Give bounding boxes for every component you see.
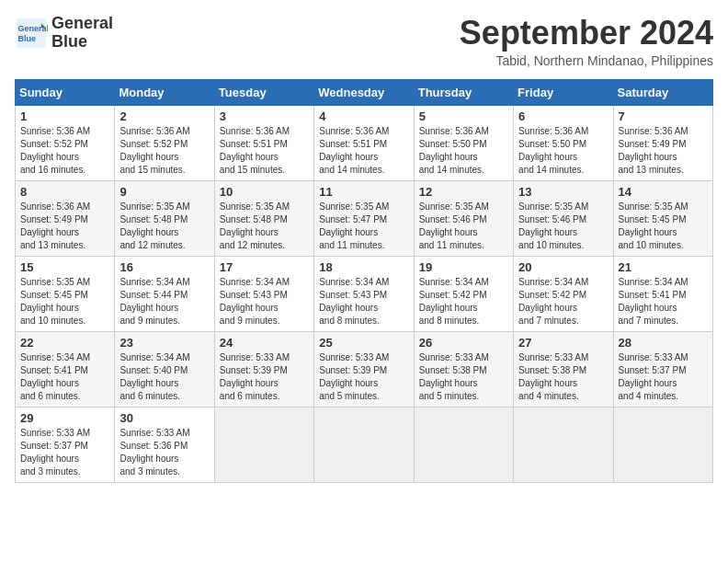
calendar-cell: 8 Sunrise: 5:36 AM Sunset: 5:49 PM Dayli… bbox=[16, 180, 115, 256]
day-info: Sunrise: 5:34 AM Sunset: 5:42 PM Dayligh… bbox=[518, 276, 608, 327]
calendar-cell: 20 Sunrise: 5:34 AM Sunset: 5:42 PM Dayl… bbox=[514, 256, 613, 331]
calendar-cell: 12 Sunrise: 5:35 AM Sunset: 5:46 PM Dayl… bbox=[414, 180, 513, 256]
day-number: 1 bbox=[20, 109, 109, 123]
day-info: Sunrise: 5:36 AM Sunset: 5:50 PM Dayligh… bbox=[518, 125, 608, 177]
week-row-5: 29 Sunrise: 5:33 AM Sunset: 5:37 PM Dayl… bbox=[16, 407, 713, 482]
location: Tabid, Northern Mindanao, Philippines bbox=[460, 53, 713, 68]
day-info: Sunrise: 5:33 AM Sunset: 5:38 PM Dayligh… bbox=[518, 351, 608, 403]
calendar-cell bbox=[613, 407, 712, 482]
calendar-cell: 18 Sunrise: 5:34 AM Sunset: 5:43 PM Dayl… bbox=[314, 256, 414, 331]
calendar-cell: 30 Sunrise: 5:33 AM Sunset: 5:36 PM Dayl… bbox=[115, 407, 214, 482]
week-row-4: 22 Sunrise: 5:34 AM Sunset: 5:41 PM Dayl… bbox=[16, 331, 713, 407]
day-info: Sunrise: 5:33 AM Sunset: 5:39 PM Dayligh… bbox=[319, 351, 408, 403]
col-thursday: Thursday bbox=[414, 79, 513, 105]
logo-icon: General Blue bbox=[15, 17, 48, 50]
day-info: Sunrise: 5:34 AM Sunset: 5:41 PM Dayligh… bbox=[619, 276, 708, 327]
calendar-cell: 2 Sunrise: 5:36 AM Sunset: 5:52 PM Dayli… bbox=[115, 105, 214, 180]
logo-line2: Blue bbox=[51, 33, 113, 52]
day-number: 27 bbox=[518, 336, 608, 350]
day-info: Sunrise: 5:33 AM Sunset: 5:37 PM Dayligh… bbox=[619, 351, 708, 403]
day-info: Sunrise: 5:33 AM Sunset: 5:39 PM Dayligh… bbox=[220, 351, 309, 403]
day-info: Sunrise: 5:36 AM Sunset: 5:52 PM Dayligh… bbox=[20, 125, 109, 177]
day-info: Sunrise: 5:35 AM Sunset: 5:45 PM Dayligh… bbox=[20, 276, 109, 327]
calendar-cell: 27 Sunrise: 5:33 AM Sunset: 5:38 PM Dayl… bbox=[514, 331, 613, 407]
calendar-cell bbox=[314, 407, 414, 482]
day-number: 22 bbox=[20, 336, 109, 350]
day-info: Sunrise: 5:34 AM Sunset: 5:44 PM Dayligh… bbox=[119, 276, 209, 327]
day-info: Sunrise: 5:35 AM Sunset: 5:46 PM Dayligh… bbox=[518, 201, 608, 252]
calendar-cell: 15 Sunrise: 5:35 AM Sunset: 5:45 PM Dayl… bbox=[16, 256, 115, 331]
calendar-cell: 9 Sunrise: 5:35 AM Sunset: 5:48 PM Dayli… bbox=[115, 180, 214, 256]
day-info: Sunrise: 5:36 AM Sunset: 5:51 PM Dayligh… bbox=[319, 125, 408, 177]
day-info: Sunrise: 5:34 AM Sunset: 5:43 PM Dayligh… bbox=[220, 276, 309, 327]
col-monday: Monday bbox=[115, 79, 214, 105]
day-number: 23 bbox=[119, 336, 209, 350]
day-info: Sunrise: 5:34 AM Sunset: 5:41 PM Dayligh… bbox=[20, 351, 109, 403]
day-info: Sunrise: 5:36 AM Sunset: 5:49 PM Dayligh… bbox=[20, 201, 109, 252]
calendar-cell: 14 Sunrise: 5:35 AM Sunset: 5:45 PM Dayl… bbox=[613, 180, 712, 256]
calendar-cell: 25 Sunrise: 5:33 AM Sunset: 5:39 PM Dayl… bbox=[314, 331, 414, 407]
day-number: 29 bbox=[20, 411, 109, 425]
week-row-1: 1 Sunrise: 5:36 AM Sunset: 5:52 PM Dayli… bbox=[16, 105, 713, 180]
day-info: Sunrise: 5:35 AM Sunset: 5:46 PM Dayligh… bbox=[419, 201, 508, 252]
calendar-cell: 1 Sunrise: 5:36 AM Sunset: 5:52 PM Dayli… bbox=[16, 105, 115, 180]
day-number: 10 bbox=[220, 185, 309, 199]
logo-line1: General bbox=[51, 15, 113, 33]
calendar-cell: 3 Sunrise: 5:36 AM Sunset: 5:51 PM Dayli… bbox=[214, 105, 313, 180]
day-number: 2 bbox=[119, 109, 209, 123]
calendar-cell bbox=[214, 407, 313, 482]
calendar-cell: 23 Sunrise: 5:34 AM Sunset: 5:40 PM Dayl… bbox=[115, 331, 214, 407]
month-title: September 2024 bbox=[460, 15, 713, 52]
day-number: 24 bbox=[220, 336, 309, 350]
weekday-header-row: Sunday Monday Tuesday Wednesday Thursday… bbox=[16, 79, 713, 105]
day-info: Sunrise: 5:35 AM Sunset: 5:48 PM Dayligh… bbox=[220, 201, 309, 252]
calendar-cell: 11 Sunrise: 5:35 AM Sunset: 5:47 PM Dayl… bbox=[314, 180, 414, 256]
day-number: 18 bbox=[319, 260, 408, 274]
day-number: 13 bbox=[518, 185, 608, 199]
week-row-3: 15 Sunrise: 5:35 AM Sunset: 5:45 PM Dayl… bbox=[16, 256, 713, 331]
day-number: 11 bbox=[319, 185, 408, 199]
day-number: 20 bbox=[518, 260, 608, 274]
day-info: Sunrise: 5:36 AM Sunset: 5:51 PM Dayligh… bbox=[220, 125, 309, 177]
day-number: 26 bbox=[419, 336, 508, 350]
calendar-cell: 19 Sunrise: 5:34 AM Sunset: 5:42 PM Dayl… bbox=[414, 256, 513, 331]
logo: General Blue General Blue bbox=[15, 15, 113, 52]
day-number: 4 bbox=[319, 109, 408, 123]
col-saturday: Saturday bbox=[613, 79, 712, 105]
col-sunday: Sunday bbox=[16, 79, 115, 105]
day-info: Sunrise: 5:35 AM Sunset: 5:48 PM Dayligh… bbox=[119, 201, 209, 252]
day-info: Sunrise: 5:34 AM Sunset: 5:42 PM Dayligh… bbox=[419, 276, 508, 327]
day-number: 14 bbox=[619, 185, 708, 199]
calendar-cell: 28 Sunrise: 5:33 AM Sunset: 5:37 PM Dayl… bbox=[613, 331, 712, 407]
day-info: Sunrise: 5:36 AM Sunset: 5:50 PM Dayligh… bbox=[419, 125, 508, 177]
day-number: 16 bbox=[119, 260, 209, 274]
logo-text: General Blue bbox=[51, 15, 113, 52]
day-number: 3 bbox=[220, 109, 309, 123]
day-info: Sunrise: 5:35 AM Sunset: 5:47 PM Dayligh… bbox=[319, 201, 408, 252]
col-friday: Friday bbox=[514, 79, 613, 105]
col-tuesday: Tuesday bbox=[214, 79, 313, 105]
day-number: 19 bbox=[419, 260, 508, 274]
day-number: 5 bbox=[419, 109, 508, 123]
calendar-cell: 29 Sunrise: 5:33 AM Sunset: 5:37 PM Dayl… bbox=[16, 407, 115, 482]
day-number: 17 bbox=[220, 260, 309, 274]
week-row-2: 8 Sunrise: 5:36 AM Sunset: 5:49 PM Dayli… bbox=[16, 180, 713, 256]
day-info: Sunrise: 5:33 AM Sunset: 5:38 PM Dayligh… bbox=[419, 351, 508, 403]
day-number: 9 bbox=[119, 185, 209, 199]
calendar-cell: 10 Sunrise: 5:35 AM Sunset: 5:48 PM Dayl… bbox=[214, 180, 313, 256]
page-header: General Blue General Blue September 2024… bbox=[15, 15, 713, 68]
col-wednesday: Wednesday bbox=[314, 79, 414, 105]
day-info: Sunrise: 5:33 AM Sunset: 5:36 PM Dayligh… bbox=[119, 427, 209, 478]
calendar-cell: 17 Sunrise: 5:34 AM Sunset: 5:43 PM Dayl… bbox=[214, 256, 313, 331]
day-number: 15 bbox=[20, 260, 109, 274]
calendar-cell: 26 Sunrise: 5:33 AM Sunset: 5:38 PM Dayl… bbox=[414, 331, 513, 407]
calendar-cell: 24 Sunrise: 5:33 AM Sunset: 5:39 PM Dayl… bbox=[214, 331, 313, 407]
calendar-cell: 6 Sunrise: 5:36 AM Sunset: 5:50 PM Dayli… bbox=[514, 105, 613, 180]
day-number: 7 bbox=[619, 109, 708, 123]
calendar-cell: 21 Sunrise: 5:34 AM Sunset: 5:41 PM Dayl… bbox=[613, 256, 712, 331]
calendar-cell: 16 Sunrise: 5:34 AM Sunset: 5:44 PM Dayl… bbox=[115, 256, 214, 331]
day-number: 30 bbox=[119, 411, 209, 425]
calendar-cell: 5 Sunrise: 5:36 AM Sunset: 5:50 PM Dayli… bbox=[414, 105, 513, 180]
calendar-table: Sunday Monday Tuesday Wednesday Thursday… bbox=[15, 79, 713, 483]
day-number: 12 bbox=[419, 185, 508, 199]
